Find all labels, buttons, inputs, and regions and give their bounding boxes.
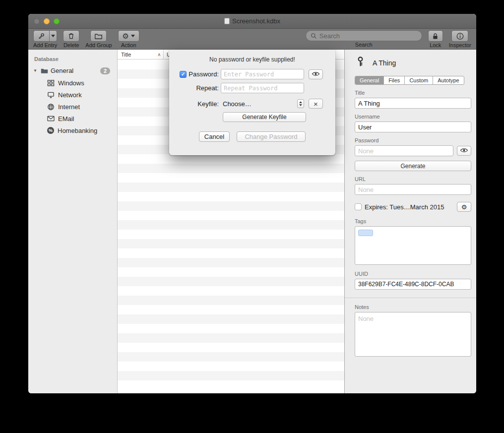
inspector-tabs: General Files Custom Autotype [355, 76, 464, 85]
sidebar-item-internet[interactable]: Internet [28, 101, 117, 113]
generate-keyfile-button[interactable]: Generate Keyfile [223, 112, 306, 122]
inspector-panel: A Thing General Files Custom Autotype Ti… [345, 50, 476, 393]
gear-icon: ⚙ [123, 32, 129, 40]
change-password-button[interactable]: Change Password [237, 131, 306, 142]
notes-label: Notes [355, 304, 471, 310]
url-field[interactable] [355, 184, 471, 195]
add-group-label: Add Group [85, 42, 112, 48]
add-entry-item: Add Entry [33, 30, 57, 48]
expires-settings-button[interactable]: ⚙ [457, 202, 471, 212]
popup-stepper-icon [297, 99, 304, 108]
info-icon [456, 32, 464, 40]
repeat-password-input[interactable] [221, 83, 304, 93]
sidebar-item-label: Internet [58, 103, 80, 111]
keyfile-row: Keyfile: Choose… × [169, 99, 335, 109]
tab-general[interactable]: General [355, 76, 384, 84]
sort-ascending-icon: ∧ [157, 52, 161, 57]
sidebar-item-windows[interactable]: Windows [28, 77, 117, 89]
sidebar-item-label: Windows [58, 79, 84, 87]
password-row: ✓ Password: [169, 69, 335, 79]
action-label: Action [121, 42, 136, 48]
uuid-field[interactable] [355, 279, 471, 290]
chevron-down-icon [131, 35, 135, 37]
tags-label: Tags [355, 218, 471, 224]
sidebar: Database ▼ General 2 Windows Network [28, 50, 118, 393]
window-title-text: Screenshot.kdbx [232, 17, 280, 25]
notes-placeholder: None [358, 315, 374, 322]
trash-icon [67, 32, 75, 40]
sidebar-item-email[interactable]: EMail [28, 113, 117, 124]
sidebar-item-label: EMail [58, 115, 74, 123]
column-header-title[interactable]: Title ∧ [118, 50, 164, 59]
dialog-buttons: Cancel Change Password [169, 131, 335, 142]
disclosure-triangle-icon[interactable]: ▼ [33, 68, 38, 73]
add-entry-label: Add Entry [33, 42, 57, 48]
dialog-message: No password or keyfile supplied! [169, 56, 335, 63]
lock-label: Lock [430, 42, 441, 48]
desktop: { "window": { "title": "Screenshot.kdbx"… [0, 0, 504, 433]
add-entry-dropdown-button[interactable] [50, 30, 57, 42]
reveal-password-button[interactable] [457, 146, 471, 156]
sidebar-item-label: General [51, 67, 73, 74]
password-sheet-dialog: No password or keyfile supplied! ✓ Passw… [169, 50, 335, 155]
tab-autotype[interactable]: Autotype [433, 76, 463, 84]
action-item: ⚙ Action [118, 30, 139, 48]
repeat-label: Repeat: [196, 84, 219, 92]
clear-keyfile-button[interactable]: × [309, 99, 323, 109]
key-plus-icon [38, 32, 45, 40]
zoom-button[interactable] [54, 18, 60, 24]
inspector-item: Inspector [449, 30, 471, 48]
sidebar-item-general[interactable]: ▼ General 2 [28, 64, 117, 77]
reveal-password-button[interactable] [309, 69, 323, 79]
notes-area[interactable]: None [355, 312, 471, 357]
inspector-toggle-button[interactable] [451, 30, 468, 42]
app-window: Screenshot.kdbx Add Entry [28, 14, 476, 393]
inspector-label: Inspector [449, 42, 471, 48]
sidebar-item-homebanking[interactable]: % Homebanking [28, 124, 117, 136]
keyfile-popup[interactable]: Choose… [221, 99, 304, 108]
password-field-label: Password [355, 137, 471, 143]
title-field-label: Title [355, 90, 471, 96]
action-button[interactable]: ⚙ [118, 30, 139, 42]
password-checkbox[interactable]: ✓ [180, 71, 187, 78]
tab-custom[interactable]: Custom [405, 76, 433, 84]
username-field[interactable] [355, 122, 471, 132]
delete-item: Delete [63, 30, 79, 48]
uuid-label: UUID [355, 271, 471, 277]
monitor-icon [47, 91, 55, 99]
eye-icon [312, 70, 320, 79]
globe-icon [47, 103, 55, 111]
password-input[interactable] [221, 69, 304, 79]
inspector-header: A Thing [355, 56, 471, 69]
folder-plus-icon [95, 32, 102, 40]
sidebar-item-network[interactable]: Network [28, 89, 117, 101]
lock-button[interactable] [428, 30, 443, 42]
close-x-icon: × [314, 100, 318, 108]
minimize-button[interactable] [44, 18, 50, 24]
generate-password-button[interactable]: Generate [355, 161, 471, 171]
password-field[interactable] [355, 145, 453, 156]
expires-checkbox[interactable] [355, 203, 362, 210]
search-field[interactable] [306, 30, 422, 41]
tags-box[interactable] [355, 226, 471, 265]
expires-row: Expires: Tues…March 2015 ⚙ [355, 202, 471, 212]
chevron-down-icon [51, 35, 55, 37]
toolbar: Add Entry Delete Add Group ⚙ Act [28, 29, 476, 50]
column-title-label: Title [121, 52, 131, 58]
sidebar-item-label: Network [58, 91, 82, 99]
close-button[interactable] [34, 18, 40, 24]
folder-icon [41, 67, 48, 74]
search-input[interactable] [319, 32, 417, 40]
envelope-icon [47, 115, 55, 123]
search-caption: Search [355, 42, 373, 48]
tag-token[interactable] [358, 230, 373, 236]
tab-files[interactable]: Files [384, 76, 405, 84]
sidebar-section-header: Database [28, 55, 117, 64]
add-entry-button[interactable] [33, 30, 50, 42]
add-group-button[interactable] [90, 30, 107, 42]
cancel-button[interactable]: Cancel [199, 131, 230, 142]
title-field[interactable] [355, 98, 471, 109]
delete-button[interactable] [63, 30, 79, 42]
entry-title: A Thing [373, 59, 396, 67]
keyfile-popup-value: Choose… [221, 100, 252, 108]
